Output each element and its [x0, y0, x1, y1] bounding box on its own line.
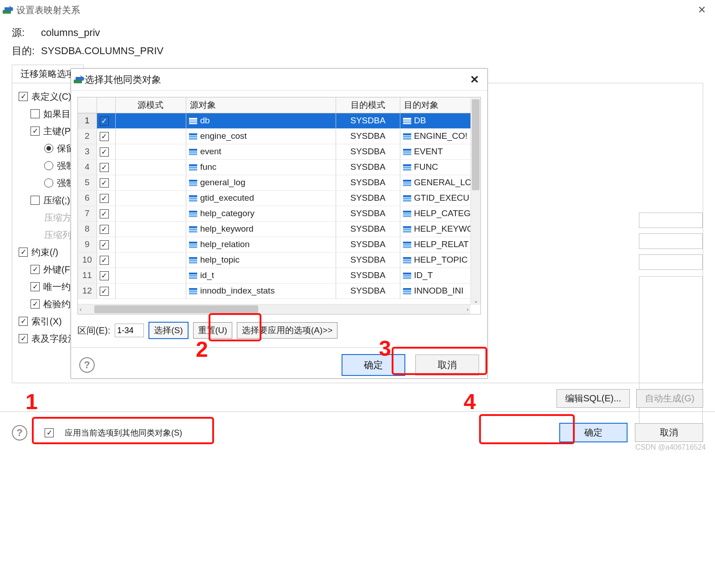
row-checkbox[interactable] [97, 159, 115, 175]
dest-label: 目的: [12, 42, 41, 60]
cell-src-obj: gtid_executed [186, 190, 336, 206]
dialog-ok-button[interactable]: 确定 [342, 354, 405, 376]
table-row[interactable]: 6gtid_executedSYSDBAGTID_EXECU [78, 190, 480, 206]
table-icon [403, 257, 411, 264]
checkbox-constraint[interactable] [19, 248, 28, 257]
cell-dst-schema: SYSDBA [336, 175, 400, 190]
col-rownum[interactable] [78, 97, 97, 113]
help-icon[interactable]: ? [12, 425, 27, 441]
svg-rect-8 [189, 122, 197, 124]
row-number: 1 [78, 113, 97, 128]
source-label: 源: [12, 24, 41, 42]
dialog-help-icon[interactable]: ? [79, 357, 95, 373]
row-checkbox[interactable] [97, 283, 115, 299]
table-icon [189, 133, 197, 140]
ok-button[interactable]: 确定 [559, 423, 628, 442]
edit-sql-button[interactable]: 编辑SQL(E)... [557, 389, 630, 408]
svg-rect-41 [403, 200, 411, 202]
col-check[interactable] [97, 97, 115, 113]
reset-button[interactable]: 重置(U) [193, 322, 232, 339]
svg-rect-64 [403, 259, 411, 261]
cell-dst-schema: SYSDBA [336, 144, 400, 159]
cell-dst-schema: SYSDBA [336, 237, 400, 252]
col-src-schema[interactable]: 源模式 [115, 97, 186, 113]
table-row[interactable]: 10help_topicSYSDBAHELP_TOPIC [78, 252, 480, 268]
radio-pk-keep[interactable] [44, 144, 53, 153]
checkbox-table-def[interactable] [19, 92, 28, 101]
checkbox-fk[interactable] [31, 265, 40, 274]
checkbox-index[interactable] [19, 317, 28, 326]
checkbox-check[interactable] [31, 299, 40, 309]
checkbox-table-field-note[interactable] [19, 334, 28, 343]
svg-rect-51 [403, 226, 411, 228]
table-row[interactable]: 5general_logSYSDBAGENERAL_LC [78, 175, 480, 190]
checkbox-if-dest[interactable] [31, 109, 40, 118]
svg-rect-75 [403, 288, 411, 290]
row-checkbox[interactable] [97, 206, 115, 221]
row-checkbox[interactable] [97, 128, 115, 144]
cell-src-obj: general_log [186, 175, 336, 190]
col-dst-obj[interactable]: 目的对象 [400, 97, 480, 113]
svg-rect-72 [189, 288, 197, 290]
right-input-1[interactable] [639, 213, 703, 228]
row-number: 4 [78, 159, 97, 175]
checkbox-unique[interactable] [31, 282, 40, 291]
row-checkbox[interactable] [97, 190, 115, 206]
svg-rect-47 [403, 215, 411, 217]
auto-gen-button[interactable]: 自动生成(G) [636, 389, 703, 408]
table-icon [403, 164, 411, 171]
row-checkbox[interactable] [97, 252, 115, 268]
label-constraint: 约束(/) [31, 243, 58, 261]
dialog-cancel-button[interactable]: 取消 [415, 355, 479, 375]
cell-dst-schema: SYSDBA [336, 252, 400, 268]
col-src-obj[interactable]: 源对象 [186, 97, 336, 113]
app-icon [74, 75, 85, 84]
svg-rect-61 [189, 259, 197, 261]
vertical-scrollbar[interactable]: ⌄ [470, 97, 480, 305]
svg-rect-74 [189, 293, 197, 294]
row-checkbox[interactable] [97, 175, 115, 190]
svg-rect-25 [189, 167, 197, 168]
svg-rect-57 [403, 242, 411, 243]
checkbox-apply-to-others[interactable] [45, 428, 54, 437]
cell-dst-schema: SYSDBA [336, 221, 400, 237]
table-row[interactable]: 2engine_costSYSDBAENGINE_CO! [78, 128, 480, 144]
table-icon [403, 118, 411, 124]
row-checkbox[interactable] [97, 237, 115, 252]
col-dst-schema[interactable]: 目的模式 [336, 97, 400, 113]
apply-options-button[interactable]: 选择要应用的选项(A)>> [237, 322, 338, 339]
table-row[interactable]: 9help_relationSYSDBAHELP_RELAT [78, 237, 480, 252]
checkbox-compress[interactable] [31, 196, 40, 205]
right-input-3[interactable] [639, 254, 703, 270]
table-row[interactable]: 7help_categorySYSDBAHELP_CATEG [78, 206, 480, 221]
row-checkbox[interactable] [97, 113, 115, 128]
checkbox-pk[interactable] [31, 127, 40, 136]
horizontal-scrollbar[interactable]: ‹› [78, 304, 470, 314]
radio-pk-force-cluster[interactable] [44, 161, 53, 170]
table-row[interactable]: 3eventSYSDBAEVENT [78, 144, 480, 159]
close-icon[interactable]: ✕ [693, 4, 710, 16]
cancel-button[interactable]: 取消 [635, 423, 703, 442]
label-index: 索引(X) [31, 313, 62, 330]
row-checkbox[interactable] [97, 268, 115, 283]
row-number: 12 [78, 283, 97, 299]
table-row[interactable]: 11id_tSYSDBAID_T [78, 268, 480, 283]
dialog-close-icon[interactable]: ✕ [466, 73, 483, 86]
range-input[interactable] [115, 324, 144, 337]
table-icon [189, 195, 197, 202]
row-checkbox[interactable] [97, 221, 115, 237]
table-row[interactable]: 12innodb_index_statsSYSDBAINNODB_INI [78, 283, 480, 299]
svg-rect-59 [403, 246, 411, 248]
svg-rect-16 [403, 136, 411, 137]
svg-rect-7 [189, 120, 197, 122]
table-row[interactable]: 4funcSYSDBAFUNC [78, 159, 480, 175]
row-checkbox[interactable] [97, 144, 115, 159]
table-row[interactable]: 8help_keywordSYSDBAHELP_KEYWC [78, 221, 480, 237]
table-icon [403, 211, 411, 217]
cell-dst-obj: EVENT [400, 144, 480, 159]
table-row[interactable]: 1dbSYSDBADB [78, 113, 480, 128]
right-input-2[interactable] [639, 233, 703, 249]
header-block: 源: columns_priv 目的: SYSDBA.COLUMNS_PRIV [0, 20, 715, 65]
radio-pk-force-non[interactable] [44, 178, 53, 188]
select-button[interactable]: 选择(S) [148, 322, 188, 339]
